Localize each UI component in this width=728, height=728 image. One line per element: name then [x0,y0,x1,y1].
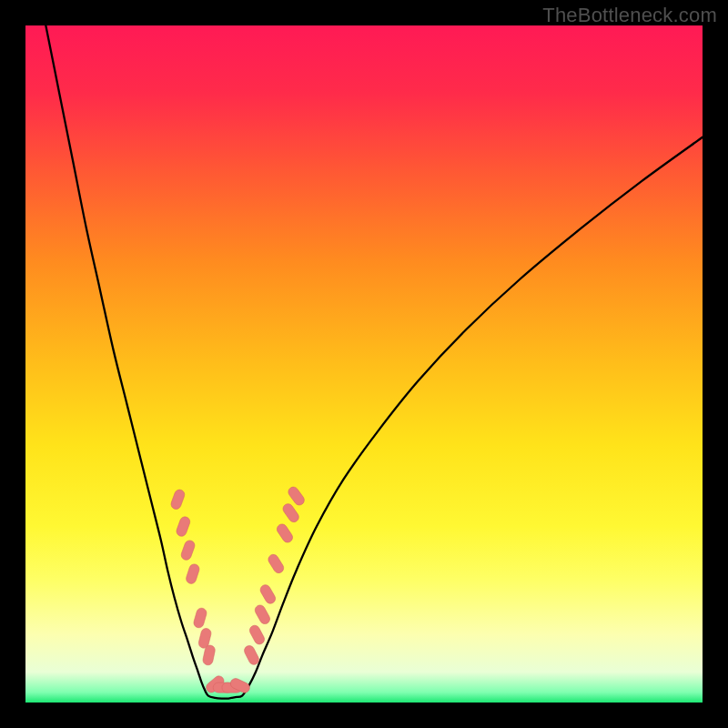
chart-svg [25,25,703,703]
gradient-background [25,25,703,703]
plot-area [25,25,703,703]
chart-stage: TheBottleneck.com [0,0,728,728]
watermark-text: TheBottleneck.com [542,4,717,27]
